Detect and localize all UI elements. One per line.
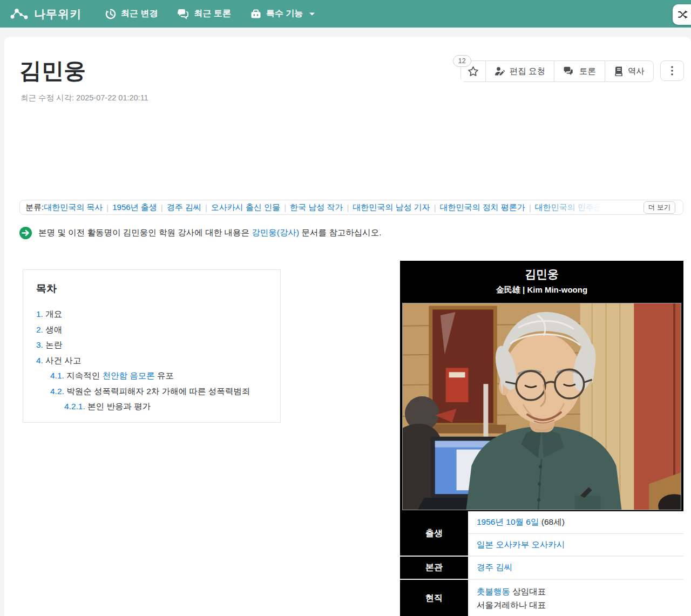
nav-recent-discussions-label: 최근 토론 [194, 8, 231, 19]
category-link[interactable]: 오사카시 출신 인물 [211, 202, 280, 213]
toc-item: 4.1. 지속적인 천안함 음모론 유포 [36, 368, 267, 384]
category-link[interactable]: 대한민국의 목사 [44, 202, 103, 213]
category-link[interactable]: 1956년 출생 [112, 202, 157, 213]
star-count-badge: 12 [453, 55, 471, 67]
toc-number-link[interactable]: 4.1. [50, 371, 64, 380]
birth-date-line: 1956년 10월 6일 (68세) [468, 511, 683, 533]
nav-recent-discussions[interactable]: 최근 토론 [177, 8, 231, 19]
namuwiki-logo[interactable]: 나무위키 [10, 6, 82, 22]
category-bar: 분류: 대한민국의 목사| 1956년 출생| 경주 김씨| 오사카시 출신 인… [19, 200, 683, 215]
random-document-button[interactable] [673, 4, 691, 25]
person-edit-icon [494, 66, 505, 76]
toc-item: 3. 논란 [36, 337, 267, 353]
toc-title: 목차 [36, 282, 267, 296]
person-infobox: 김민웅 金民雄 | Kim Min-woong [400, 261, 683, 616]
top-navbar: 나무위키 최근 변경 최근 토론 [0, 0, 691, 28]
green-arrow-icon [19, 227, 32, 239]
infobox-row-clan: 본관 경주 김씨 [400, 556, 683, 579]
birth-place-line: 일본 오사카부 오사카시 [468, 533, 683, 556]
toc-number-link[interactable]: 2. [36, 325, 43, 334]
page-title: 김민웅 [19, 56, 86, 86]
star-icon [468, 66, 479, 77]
redirect-notice: 본명 및 이전 활동명이 김민웅인 학원 강사에 대한 내용은 강민웅(강사) … [19, 227, 382, 239]
logo-text: 나무위키 [34, 6, 82, 22]
history-button[interactable]: 역사 [605, 61, 653, 82]
book-icon [614, 66, 624, 76]
infobox-row-label: 본관 [400, 557, 468, 579]
more-options-button[interactable] [660, 60, 684, 81]
infobox-row-label: 현직 [400, 580, 468, 616]
history-clock-icon [105, 9, 116, 19]
infobox-row-birth: 출생 1956년 10월 6일 (68세) 일본 오사카부 오사카시 [400, 511, 683, 556]
document-card: 김민웅 최근 수정 시각: 2025-07-22 01:20:11 12 [4, 37, 691, 616]
toc-item: 2. 생애 [36, 322, 267, 338]
toc-number-link[interactable]: 3. [36, 340, 43, 349]
nav-special-functions-label: 특수 기능 [266, 8, 303, 19]
position-org-link[interactable]: 촛불행동 [477, 587, 510, 596]
edit-request-label: 편집 요청 [510, 66, 545, 77]
toc-item: 1. 개요 [36, 307, 267, 322]
action-button-group: 12 편집 요청 [460, 60, 654, 82]
kebab-menu-icon [671, 66, 673, 76]
position-lines: 촛불행동 상임대표 서울겨레하나 대표 [468, 580, 683, 616]
toc-number-link[interactable]: 1. [36, 309, 43, 319]
infobox-header: 김민웅 金民雄 | Kim Min-woong [400, 261, 683, 302]
edit-request-button[interactable]: 편집 요청 [485, 61, 554, 82]
toc-number-link[interactable]: 4.2.1. [64, 402, 85, 411]
chat-bubbles-icon [177, 9, 189, 19]
toc-item: 4.2. 박원순 성폭력피해자 2차 가해에 따른 성폭력범죄 [36, 384, 267, 400]
toc-number-link[interactable]: 4. [36, 356, 43, 365]
last-modified-text: 최근 수정 시각: 2025-07-22 01:20:11 [21, 93, 148, 103]
nav-recent-changes[interactable]: 최근 변경 [105, 8, 158, 19]
birth-place-link[interactable]: 일본 오사카부 오사카시 [477, 539, 565, 551]
toc-number-link[interactable]: 4.2. [50, 387, 64, 396]
category-link[interactable]: 대한민국의 민주운동 [535, 202, 610, 213]
infobox-row-position: 현직 촛불행동 상임대표 서울겨레하나 대표 [400, 579, 683, 616]
toolbox-icon [250, 9, 261, 19]
history-label: 역사 [628, 66, 645, 77]
portrait-photo [400, 302, 683, 511]
category-label: 분류: [25, 202, 44, 213]
nav-recent-changes-label: 최근 변경 [121, 8, 158, 19]
infobox-subtitle: 金民雄 | Kim Min-woong [400, 285, 683, 295]
clan-line: 경주 김씨 [468, 557, 683, 579]
discuss-button[interactable]: 토론 [554, 61, 605, 82]
infobox-row-label: 출생 [400, 511, 468, 556]
discussion-bubbles-icon [563, 66, 575, 76]
chevron-down-icon [309, 12, 315, 16]
shuffle-icon [678, 10, 688, 19]
toc-list: 1. 개요 2. 생애 3. 논란 4. 사건 사고 4.1. 지속적인 천안함… [36, 307, 267, 415]
notice-text: 본명 및 이전 활동명이 김민웅인 학원 강사에 대한 내용은 강민웅(강사) … [38, 227, 382, 239]
toc-item: 4. 사건 사고 [36, 353, 267, 369]
category-link[interactable]: 대한민국의 남성 기자 [353, 202, 430, 213]
toc-inline-link[interactable]: 천안함 음모론 [102, 371, 154, 380]
infobox-name: 김민웅 [400, 267, 683, 282]
category-link[interactable]: 경주 김씨 [167, 202, 201, 213]
nav-special-functions[interactable]: 특수 기능 [250, 8, 315, 19]
discuss-label: 토론 [579, 66, 596, 77]
category-link[interactable]: 한국 남성 작가 [290, 202, 343, 213]
table-of-contents: 목차 1. 개요 2. 생애 3. 논란 4. 사건 사고 4.1. 지속적인 … [23, 269, 281, 423]
category-link[interactable]: 대한민국의 정치 평론가 [440, 202, 525, 213]
toc-item: 4.2.1. 본인 반응과 평가 [36, 399, 267, 415]
molecule-logo-icon [10, 6, 29, 22]
category-more-button[interactable]: 더 보기 [643, 201, 675, 214]
document-actions: 12 편집 요청 [460, 60, 684, 82]
portrait-photo-illustration [402, 303, 681, 510]
clan-link[interactable]: 경주 김씨 [477, 562, 512, 573]
notice-link[interactable]: 강민웅(강사) [252, 228, 299, 237]
birth-date-link[interactable]: 1956년 10월 6일 [477, 517, 539, 526]
